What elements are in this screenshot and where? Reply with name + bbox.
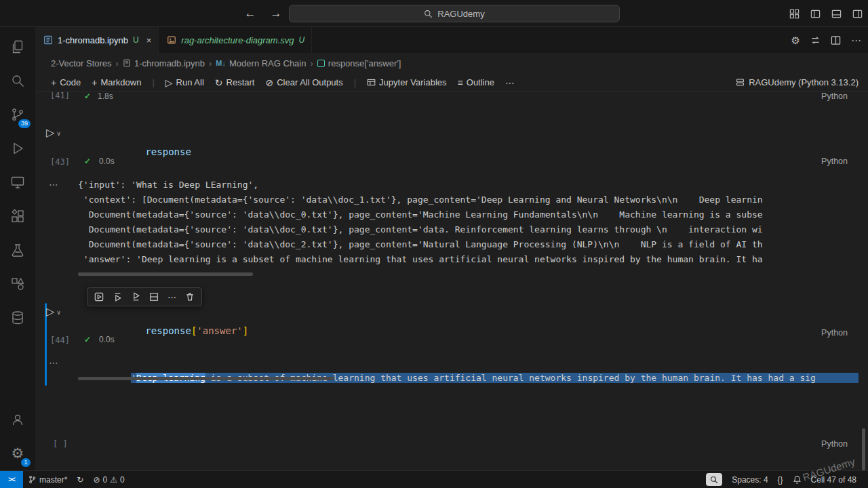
execution-count: [ ] — [53, 439, 68, 449]
svg-file-icon — [167, 35, 176, 45]
titlebar-actions — [789, 0, 863, 27]
add-markdown-cell-button[interactable]: +Markdown — [92, 77, 141, 87]
notifications-bell-icon[interactable] — [788, 471, 806, 488]
notebook-toolbar: +Code +Markdown | ▷Run All ↻Restart ⊘Cle… — [35, 73, 868, 92]
accounts-icon[interactable] — [0, 403, 35, 436]
braces-icon: {} — [778, 475, 783, 485]
markdown-icon: M↓ — [216, 59, 226, 67]
breadcrumb-section[interactable]: M↓ Modern RAG Chain — [216, 58, 306, 68]
breadcrumb: 2-Vector Stores › 1-chromadb.ipynb › M↓ … — [35, 53, 868, 73]
vertical-scrollbar[interactable] — [862, 428, 865, 470]
execution-time: 0.0s — [99, 335, 115, 344]
tab-label: rag-architecture-diagram.svg — [181, 35, 294, 45]
horizontal-scrollbar[interactable] — [78, 272, 253, 276]
add-code-cell-button[interactable]: +Code — [51, 77, 81, 87]
cell-code[interactable]: response['answer'] — [100, 314, 248, 347]
sync-changes-button[interactable]: ↻ — [72, 471, 88, 488]
breadcrumb-symbol[interactable]: response['answer'] — [317, 58, 401, 68]
output-options-icon[interactable]: ⋯ — [49, 357, 59, 368]
toolbar-more-icon[interactable]: ⋯ — [505, 78, 515, 87]
branch-icon — [28, 475, 37, 484]
run-cell-button[interactable]: ▷ ∨ — [46, 306, 61, 317]
zoom-button[interactable] — [701, 471, 727, 488]
variables-icon — [367, 78, 376, 87]
search-icon — [424, 9, 433, 18]
errors-icon: ⊘ — [93, 475, 100, 485]
git-branch-item[interactable]: master* — [23, 471, 72, 488]
horizontal-scrollbar[interactable] — [78, 377, 334, 380]
warnings-icon: ⚠ — [110, 475, 117, 485]
settings-gear-icon[interactable]: ⚙ 1 — [0, 436, 35, 470]
compare-icon[interactable] — [810, 35, 821, 45]
restart-kernel-button[interactable]: ↻Restart — [215, 77, 255, 87]
magnifier-icon — [710, 476, 718, 484]
file-icon — [123, 59, 131, 67]
cell-language-label[interactable]: Python — [821, 157, 848, 166]
cell-language-label[interactable]: Python — [821, 439, 848, 449]
output-options-icon[interactable]: ⋯ — [49, 179, 59, 190]
delete-cell-icon[interactable] — [185, 292, 195, 302]
testing-icon[interactable] — [0, 233, 35, 267]
run-by-line-icon[interactable] — [94, 292, 104, 302]
tab-label: 1-chromadb.ipynb — [58, 35, 128, 45]
execute-above-icon[interactable] — [113, 292, 122, 302]
run-cell-button[interactable]: ▷ ∨ — [46, 127, 61, 138]
kernel-picker[interactable]: RAGUdemy (Python 3.13.2) — [736, 77, 859, 87]
cell-language-label[interactable]: Python — [821, 92, 848, 101]
git-status-badge: U — [299, 35, 305, 45]
output-line: {'input': 'What is Deep LEarning', — [78, 178, 859, 192]
clear-all-outputs-button[interactable]: ⊘Clear All Outputs — [265, 77, 342, 87]
close-tab-icon[interactable]: × — [146, 35, 152, 45]
success-check-icon: ✓ — [84, 335, 91, 344]
errors-count: 0 — [102, 475, 107, 485]
explorer-icon[interactable] — [0, 30, 35, 64]
command-center-label: RAGUdemy — [437, 9, 484, 19]
breadcrumb-folder[interactable]: 2-Vector Stores — [51, 58, 112, 68]
language-mode-item[interactable]: {} — [773, 471, 788, 488]
remote-indicator[interactable]: >< — [0, 471, 23, 488]
search-sidebar-icon[interactable] — [0, 64, 35, 98]
run-debug-icon[interactable] — [0, 131, 35, 165]
editor-actions: ⚙ ⋯ — [791, 27, 861, 53]
output-line: 'context': [Document(metadata={'source':… — [78, 192, 859, 207]
breadcrumb-file[interactable]: 1-chromadb.ipynb — [123, 58, 205, 68]
shapes-icon[interactable] — [0, 267, 35, 301]
more-actions-icon[interactable]: ⋯ — [167, 292, 176, 302]
execution-count: [44] — [50, 336, 70, 345]
split-editor-icon[interactable] — [831, 35, 841, 45]
remote-explorer-icon[interactable] — [0, 165, 35, 199]
problems-item[interactable]: ⊘ 0 ⚠ 0 — [88, 471, 129, 488]
database-icon[interactable] — [0, 301, 35, 335]
success-check-icon: ✓ — [84, 157, 91, 166]
cell-position-indicator[interactable]: Cell 47 of 48 — [806, 471, 861, 488]
execution-time: 1.8s — [98, 92, 113, 101]
indentation-item[interactable]: Spaces: 4 — [727, 471, 772, 488]
tab-1-chromadb[interactable]: 1-chromadb.ipynb U × — [35, 27, 159, 53]
configure-notebook-gear-icon[interactable]: ⚙ — [791, 35, 800, 45]
execute-below-icon[interactable] — [131, 292, 140, 302]
toggle-sidebar-icon[interactable] — [810, 9, 821, 19]
cell-hover-toolbar: ⋯ — [87, 287, 202, 306]
split-cell-icon[interactable] — [149, 292, 159, 302]
cell-output[interactable]: {'input': 'What is Deep LEarning', 'cont… — [78, 178, 859, 267]
tab-rag-architecture-svg[interactable]: rag-architecture-diagram.svg U — [159, 27, 312, 53]
extensions-icon[interactable] — [0, 199, 35, 233]
toggle-panel-icon[interactable] — [831, 9, 842, 19]
notebook-editor: [41] ✓ 1.8s Python ▷ ∨ response [43] ✓ 0… — [35, 92, 868, 470]
forward-icon[interactable]: → — [269, 7, 283, 20]
success-check-icon: ✓ — [84, 92, 91, 101]
cell-language-label[interactable]: Python — [821, 328, 848, 338]
source-control-badge: 39 — [18, 119, 31, 128]
activity-bar: 39 ⚙ 1 — [0, 27, 35, 470]
execution-count: [43] — [50, 157, 70, 167]
outline-button[interactable]: ≡Outline — [458, 77, 494, 87]
status-bar: >< master* ↻ ⊘ 0 ⚠ 0 Spaces: 4 {} Cell 4… — [0, 470, 868, 488]
source-control-icon[interactable]: 39 — [0, 98, 35, 131]
back-icon[interactable]: ← — [243, 7, 258, 20]
command-center[interactable]: RAGUdemy — [289, 5, 620, 22]
run-all-button[interactable]: ▷Run All — [165, 77, 204, 87]
customize-layout-icon[interactable] — [789, 9, 800, 19]
toggle-secondary-sidebar-icon[interactable] — [852, 9, 863, 19]
more-actions-icon[interactable]: ⋯ — [851, 35, 861, 45]
jupyter-variables-button[interactable]: Jupyter Variables — [367, 77, 446, 87]
